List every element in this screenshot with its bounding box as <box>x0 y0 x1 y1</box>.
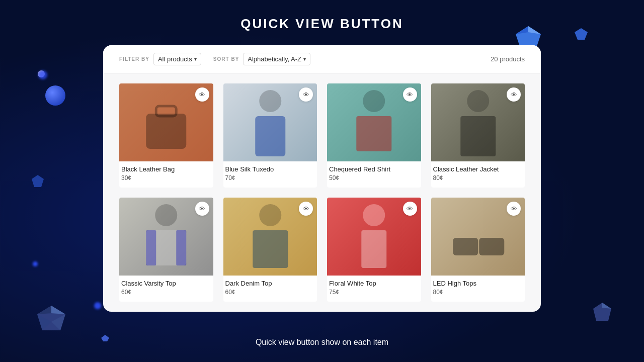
filter-bar: FILTER BY All products ▾ SORT BY Alphabe… <box>103 45 541 73</box>
eye-icon: 👁 <box>303 206 309 212</box>
svg-point-21 <box>155 204 177 226</box>
svg-point-15 <box>259 90 281 112</box>
filter-value: All products <box>158 55 192 63</box>
eye-icon: 👁 <box>303 92 309 98</box>
product-info: Floral White Top 75¢ <box>327 276 421 301</box>
quick-view-button[interactable]: 👁 <box>403 202 417 216</box>
product-image-wrap: 👁 <box>327 198 421 276</box>
svg-rect-13 <box>146 114 186 149</box>
product-info: Classic Leather Jacket 80¢ <box>431 161 525 187</box>
product-price: 60¢ <box>225 289 315 296</box>
eye-icon: 👁 <box>511 92 517 98</box>
product-card[interactable]: 👁 Classic Leather Jacket 80¢ <box>431 83 525 188</box>
eye-icon: 👁 <box>407 206 413 212</box>
product-card[interactable]: 👁 Chequered Red Shirt 50¢ <box>327 83 421 188</box>
svg-rect-28 <box>361 230 386 268</box>
product-price: 30¢ <box>121 174 211 182</box>
quick-view-button[interactable]: 👁 <box>507 202 521 216</box>
quick-view-button[interactable]: 👁 <box>507 87 521 102</box>
product-image-wrap: 👁 <box>431 198 525 276</box>
product-image-wrap: 👁 <box>431 83 525 161</box>
product-card[interactable]: 👁 Blue Silk Tuxedo 70¢ <box>223 83 317 188</box>
product-info: Chequered Red Shirt 50¢ <box>327 161 421 187</box>
svg-rect-20 <box>460 116 496 156</box>
eye-icon: 👁 <box>511 206 517 212</box>
product-name: Dark Denim Top <box>225 280 315 287</box>
filter-chevron-icon: ▾ <box>194 56 197 62</box>
svg-rect-29 <box>453 238 478 255</box>
product-price: 50¢ <box>329 174 419 182</box>
product-grid: 👁 Black Leather Bag 30¢ 👁 Blue Silk Tuxe… <box>103 73 541 312</box>
eye-icon: 👁 <box>199 92 205 98</box>
quick-view-button[interactable]: 👁 <box>195 202 209 216</box>
main-card: FILTER BY All products ▾ SORT BY Alphabe… <box>103 45 541 312</box>
quick-view-button[interactable]: 👁 <box>403 87 417 102</box>
product-image-wrap: 👁 <box>223 83 317 161</box>
svg-point-19 <box>467 90 489 112</box>
svg-point-27 <box>363 204 385 226</box>
filter-label: FILTER BY <box>119 56 149 62</box>
product-info: LED High Tops 80¢ <box>431 276 525 301</box>
product-info: Classic Varsity Top 60¢ <box>119 276 213 301</box>
product-price: 60¢ <box>121 289 211 296</box>
product-name: Black Leather Bag <box>121 165 211 173</box>
product-info: Blue Silk Tuxedo 70¢ <box>223 161 317 187</box>
quick-view-button[interactable]: 👁 <box>195 87 209 102</box>
glow-dot-2 <box>33 261 38 266</box>
eye-icon: 👁 <box>199 206 205 212</box>
product-card[interactable]: 👁 Floral White Top 75¢ <box>327 198 421 302</box>
product-card[interactable]: 👁 Black Leather Bag 30¢ <box>119 83 213 188</box>
bottom-caption: Quick view button show on each item <box>0 338 644 347</box>
product-name: LED High Tops <box>433 280 523 287</box>
product-name: Chequered Red Shirt <box>329 165 419 173</box>
svg-rect-24 <box>176 230 186 265</box>
product-card[interactable]: 👁 Dark Denim Top 60¢ <box>223 198 317 302</box>
product-price: 80¢ <box>433 289 523 296</box>
product-price: 70¢ <box>225 174 315 182</box>
svg-point-17 <box>363 90 385 112</box>
product-image-wrap: 👁 <box>223 198 317 276</box>
product-image-wrap: 👁 <box>119 83 213 161</box>
product-name: Classic Leather Jacket <box>433 165 523 173</box>
sort-value: Alphabetically, A-Z <box>248 55 301 63</box>
svg-rect-16 <box>255 116 285 156</box>
product-image-wrap: 👁 <box>119 198 213 276</box>
glow-dot-1 <box>38 70 47 79</box>
product-card[interactable]: 👁 Classic Varsity Top 60¢ <box>119 198 213 302</box>
eye-icon: 👁 <box>407 92 413 98</box>
glow-dot-3 <box>94 302 101 309</box>
sort-chevron-icon: ▾ <box>303 56 306 62</box>
product-count: 20 products <box>491 55 525 63</box>
sort-label: SORT BY <box>213 56 239 62</box>
quick-view-button[interactable]: 👁 <box>299 202 313 216</box>
product-name: Classic Varsity Top <box>121 280 211 287</box>
svg-rect-26 <box>253 230 288 268</box>
svg-rect-23 <box>146 230 156 265</box>
quick-view-button[interactable]: 👁 <box>299 87 313 102</box>
product-card[interactable]: 👁 LED High Tops 80¢ <box>431 198 525 302</box>
svg-point-25 <box>259 204 281 226</box>
sort-select[interactable]: Alphabetically, A-Z ▾ <box>243 53 310 65</box>
product-name: Floral White Top <box>329 280 419 287</box>
filter-select[interactable]: All products ▾ <box>153 53 201 65</box>
product-price: 80¢ <box>433 174 523 182</box>
product-name: Blue Silk Tuxedo <box>225 165 315 173</box>
product-info: Black Leather Bag 30¢ <box>119 161 213 187</box>
product-info: Dark Denim Top 60¢ <box>223 276 317 301</box>
product-image-wrap: 👁 <box>327 83 421 161</box>
page-title: QUICK VIEW BUTTON <box>0 16 644 32</box>
svg-rect-18 <box>356 116 391 151</box>
product-price: 75¢ <box>329 289 419 296</box>
svg-rect-30 <box>479 238 504 255</box>
